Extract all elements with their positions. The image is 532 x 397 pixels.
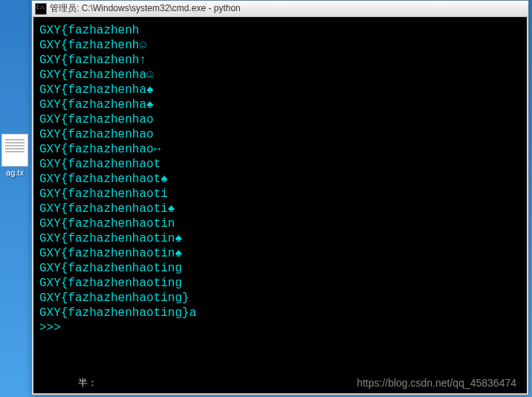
- terminal-line: GXY{fazhazhenhaotin♠: [39, 231, 521, 246]
- terminal-line: GXY{fazhazhenhaotin♠: [39, 246, 521, 261]
- terminal-line: GXY{fazhazhenhaot: [39, 157, 521, 172]
- terminal-line: GXY{fazhazhenhao: [39, 112, 521, 127]
- cmd-icon: [35, 3, 47, 15]
- desktop-file-icon[interactable]: ag.tx: [0, 134, 30, 177]
- terminal-line: GXY{fazhazhenhaot♠: [39, 172, 521, 187]
- watermark: https://blog.csdn.net/qq_45836474: [357, 375, 516, 390]
- title-bar[interactable]: 管理员: C:\Windows\system32\cmd.exe - pytho…: [32, 1, 528, 17]
- terminal-line: GXY{fazhazhenha☺: [39, 68, 521, 83]
- cmd-window: 管理员: C:\Windows\system32\cmd.exe - pytho…: [31, 0, 529, 396]
- terminal-line: GXY{fazhazhenhao: [39, 127, 521, 142]
- window-title: 管理员: C:\Windows\system32\cmd.exe - pytho…: [50, 2, 241, 15]
- desktop-icon-label: ag.tx: [0, 168, 30, 177]
- terminal-line: GXY{fazhazhenh☺: [39, 38, 521, 53]
- terminal-line: GXY{fazhazhenhaoti: [39, 187, 521, 201]
- terminal-line: GXY{fazhazhenha♠: [39, 97, 521, 112]
- terminal-line: GXY{fazhazhenhaoting: [39, 276, 521, 291]
- python-prompt: >>>: [39, 320, 521, 335]
- terminal-line: GXY{fazhazhenha♠: [39, 83, 521, 97]
- terminal-line: GXY{fazhazhenhao↔: [39, 142, 521, 157]
- terminal-line: GXY{fazhazhenhaotin: [39, 216, 521, 231]
- terminal-line: GXY{fazhazhenhaoting}: [39, 291, 521, 306]
- terminal-line: GXY{fazhazhenhaoting}a: [39, 306, 521, 320]
- terminal-line: GXY{fazhazhenh: [39, 23, 521, 38]
- terminal-output[interactable]: GXY{fazhazhenhGXY{fazhazhenh☺GXY{fazhazh…: [32, 17, 528, 395]
- terminal-line: GXY{fazhazhenh↑: [39, 53, 521, 68]
- terminal-line: GXY{fazhazhenhaoting: [39, 261, 521, 276]
- terminal-line: GXY{fazhazhenhaoti♠: [39, 201, 521, 216]
- file-icon: [1, 134, 28, 167]
- ime-status: 半：: [78, 375, 97, 390]
